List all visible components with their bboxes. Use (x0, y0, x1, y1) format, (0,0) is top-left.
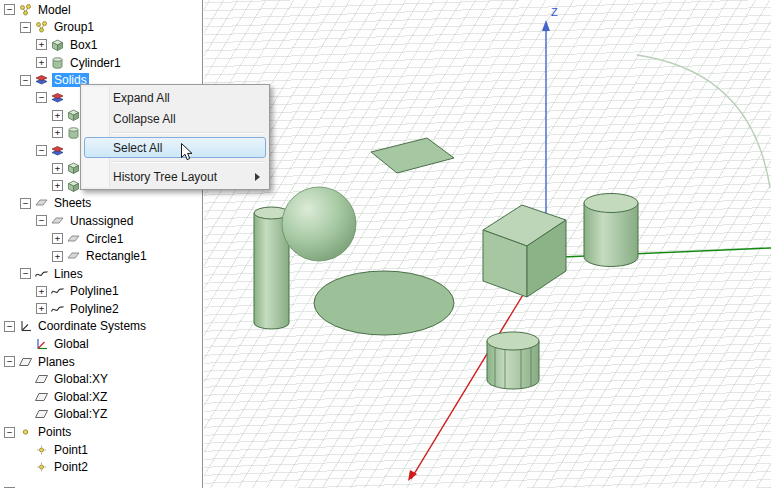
tree-item-label: Point1 (52, 443, 90, 457)
right-cylinder-object[interactable] (584, 194, 638, 267)
tree-item-circle1[interactable]: +Circle1 (0, 230, 202, 248)
tree-item-label: Points (36, 425, 73, 439)
context-menu: Expand AllCollapse AllSelect AllHistory … (80, 84, 270, 190)
tree-item-polyline1[interactable]: +Polyline1 (0, 283, 202, 301)
tree-item-label: Cylinder1 (68, 56, 123, 70)
scene-svg: Z (204, 0, 771, 488)
box-icon (50, 38, 65, 52)
tree-item-global-yz[interactable]: Global:YZ (0, 406, 202, 424)
globalcs-icon (34, 337, 49, 351)
cylinder-icon (50, 56, 65, 70)
tree-item-label: Coordinate Systems (36, 319, 148, 333)
z-axis-label: Z (551, 6, 558, 18)
menu-item-expand-all[interactable]: Expand All (83, 87, 267, 108)
tree-item-lines[interactable]: −Lines (0, 265, 202, 283)
collapse-toggle-icon[interactable]: − (20, 75, 31, 86)
small-faceted-cylinder-object[interactable] (487, 332, 539, 389)
tree-item-polyline2[interactable]: +Polyline2 (0, 300, 202, 318)
tree-item-rectangle1[interactable]: +Rectangle1 (0, 247, 202, 265)
construction-arc (637, 55, 770, 188)
tree-item-sheets[interactable]: −Sheets (0, 195, 202, 213)
collapse-toggle-icon[interactable]: − (4, 356, 15, 367)
expand-toggle-icon[interactable]: + (52, 251, 63, 262)
tree-item-cylinder1[interactable]: +Cylinder1 (0, 54, 202, 72)
material-icon (34, 73, 49, 87)
app-window: Z (0, 0, 771, 488)
menu-separator (113, 132, 264, 134)
tree-item-hidden-27[interactable]: − (0, 484, 202, 488)
tree-item-global-xy[interactable]: Global:XY (0, 370, 202, 388)
expand-toggle-icon[interactable]: + (52, 127, 63, 138)
tree-item-coordinate-systems[interactable]: −Coordinate Systems (0, 318, 202, 336)
tree-item-label: Unassigned (68, 214, 135, 228)
expand-toggle-icon[interactable]: + (52, 110, 63, 121)
submenu-arrow-icon (255, 173, 260, 181)
point-icon (34, 460, 49, 474)
tree-item-global-xz[interactable]: Global:XZ (0, 388, 202, 406)
mouse-cursor-icon (181, 143, 194, 162)
point-icon (34, 443, 49, 457)
tree-item-label: Polyline1 (68, 284, 121, 298)
menu-item-label: History Tree Layout (113, 170, 217, 184)
tree-item-global[interactable]: Global (0, 335, 202, 353)
expand-toggle-icon[interactable]: + (36, 39, 47, 50)
line-icon (50, 302, 65, 316)
collapse-toggle-icon[interactable]: − (20, 268, 31, 279)
tree-item-label: Point2 (52, 460, 90, 474)
collapse-toggle-icon[interactable]: − (4, 427, 15, 438)
y-axis (539, 248, 771, 258)
menu-item-label: Expand All (113, 91, 170, 105)
expand-toggle-icon[interactable]: + (52, 163, 63, 174)
tree-item-label: Box1 (68, 38, 99, 52)
sheet-icon (34, 196, 49, 210)
cylinder-icon (66, 126, 81, 140)
tree-item-point1[interactable]: Point1 (0, 441, 202, 459)
expand-toggle-icon[interactable]: + (36, 57, 47, 68)
collapse-toggle-icon[interactable]: − (20, 198, 31, 209)
viewport-3d[interactable]: Z (204, 0, 771, 488)
coordsys-icon (18, 319, 33, 333)
menu-item-label: Select All (113, 141, 162, 155)
collapse-toggle-icon[interactable]: − (20, 22, 31, 33)
collapse-toggle-icon[interactable]: − (36, 215, 47, 226)
tree-item-label: Sheets (52, 196, 93, 210)
menu-item-label: Collapse All (113, 112, 176, 126)
collapse-toggle-icon[interactable]: − (36, 145, 47, 156)
tree-item-planes[interactable]: −Planes (0, 353, 202, 371)
tree-item-points[interactable]: −Points (0, 423, 202, 441)
tree-item-unassigned[interactable]: −Unassigned (0, 212, 202, 230)
expand-toggle-icon[interactable]: + (52, 180, 63, 191)
tree-item-label: Model (36, 3, 73, 17)
sheet-icon (50, 214, 65, 228)
tree-item-label: Group1 (52, 20, 96, 34)
tree-item-model[interactable]: −Model (0, 1, 202, 19)
circle-sheet-object[interactable] (314, 271, 454, 335)
tree-item-label: Global:YZ (52, 407, 109, 421)
sphere-object[interactable] (282, 187, 356, 261)
tree-item-label: Circle1 (84, 232, 125, 246)
tree-item-point2[interactable]: Point2 (0, 458, 202, 476)
material-icon (50, 144, 65, 158)
plane-icon (34, 390, 49, 404)
collapse-toggle-icon[interactable]: − (36, 92, 47, 103)
expand-toggle-icon[interactable]: + (36, 286, 47, 297)
tree-item-group1[interactable]: −Group1 (0, 19, 202, 37)
rectangle-sheet-object[interactable] (371, 138, 454, 173)
tree-item-label: Rectangle1 (84, 249, 149, 263)
box-icon (66, 161, 81, 175)
collapse-toggle-icon[interactable]: − (4, 4, 15, 15)
line-icon (34, 267, 49, 281)
model-icon (18, 3, 33, 17)
model-tree-panel: −Model−Group1+Box1+Cylinder1−Solids−++−+… (0, 0, 203, 488)
tree-item-box1[interactable]: +Box1 (0, 36, 202, 54)
menu-item-collapse-all[interactable]: Collapse All (83, 108, 267, 129)
box-object[interactable] (483, 205, 566, 297)
sheet-icon (66, 232, 81, 246)
plane-icon (18, 355, 33, 369)
expand-toggle-icon[interactable]: + (36, 303, 47, 314)
collapse-toggle-icon[interactable]: − (4, 321, 15, 332)
menu-item-select-all[interactable]: Select All (84, 137, 266, 158)
expand-toggle-icon[interactable]: + (52, 233, 63, 244)
menu-item-history-tree-layout[interactable]: History Tree Layout (83, 166, 267, 187)
tree-item-label: Global:XY (52, 372, 110, 386)
